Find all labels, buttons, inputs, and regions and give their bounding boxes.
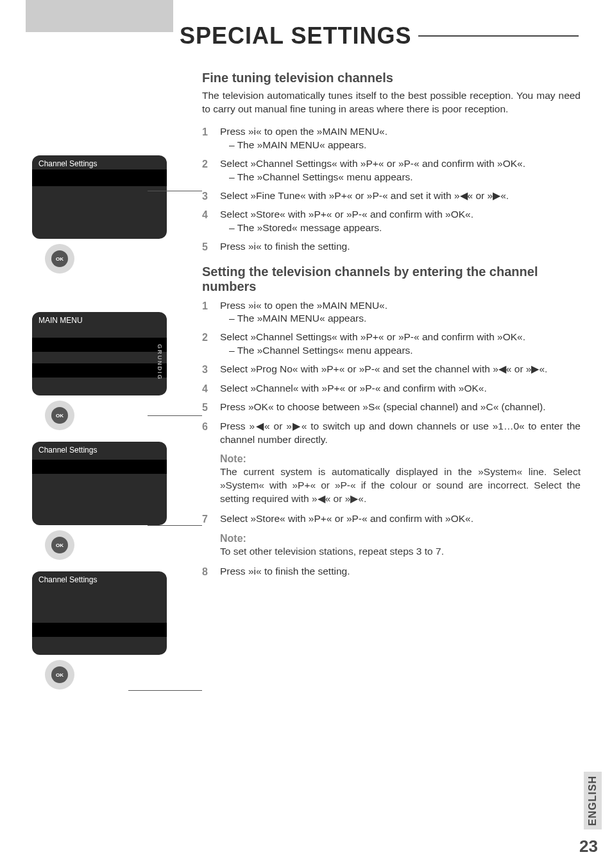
grundig-brand: GRUNDIG (157, 344, 163, 381)
nav-ok-ring[interactable]: OK (45, 530, 74, 560)
section-intro: The television automatically tunes itsel… (202, 89, 581, 116)
title-rule (418, 35, 579, 37)
step-subtext: – The »Channel Settings« menu appears. (229, 344, 581, 358)
step-number: 6 (202, 420, 220, 434)
step-item: 2 Select »Channel Settings« with »P+« or… (202, 331, 581, 358)
step-text: Select »Fine Tune« with »P+« or »P-« and… (220, 190, 509, 201)
ok-button[interactable]: OK (51, 666, 68, 683)
step-number: 3 (202, 189, 220, 204)
tv-screen-channel-settings-3: Channel Settings (32, 571, 167, 655)
step-subtext: – The »Stored« message appears. (229, 221, 581, 235)
step-text: Select »Store« with »P+« or »P-« and con… (220, 513, 473, 524)
step-text: Select »Prog No« with »P+« or »P-« and s… (220, 363, 547, 374)
steps-list-1: 1 Press »i« to open the »MAIN MENU«. – T… (202, 125, 581, 254)
header-gray-bar (26, 0, 173, 32)
tv-screen-channel-settings-2: Channel Settings (32, 442, 167, 525)
nav-ok-ring[interactable]: OK (45, 660, 74, 690)
language-label: ENGLISH (587, 776, 599, 826)
step-text: Press »◀« or »▶« to switch up and down c… (220, 421, 581, 445)
steps-list-2: 1 Press »i« to open the »MAIN MENU«. – T… (202, 299, 581, 447)
step-text: Press »i« to open the »MAIN MENU«. (220, 126, 387, 137)
tv-screen-channel-settings-1: Channel Settings (32, 155, 167, 239)
step-number: 4 (202, 382, 220, 396)
section-heading-fine-tuning: Fine tuning television channels (202, 71, 581, 85)
screen-header: Channel Settings (38, 446, 97, 455)
step-number: 2 (202, 331, 220, 345)
step-item: 1 Press »i« to open the »MAIN MENU«. – T… (202, 299, 581, 326)
step-number: 8 (202, 565, 220, 579)
section-heading-set-channels: Setting the television channels by enter… (202, 265, 581, 294)
tv-screen-main-menu: MAIN MENU GRUNDIG (32, 312, 167, 395)
ok-button[interactable]: OK (51, 250, 68, 267)
step-number: 5 (202, 240, 220, 254)
step-item: 6 Press »◀« or »▶« to switch up and down… (202, 420, 581, 447)
step-text: Press »i« to finish the setting. (220, 241, 350, 252)
steps-list-2c: 8 Press »i« to finish the setting. (202, 565, 581, 579)
step-number: 1 (202, 125, 220, 139)
page-number: 23 (579, 837, 598, 856)
step-number: 7 (202, 512, 220, 526)
note-label: Note: (220, 452, 581, 466)
step-number: 4 (202, 208, 220, 222)
step-number: 2 (202, 157, 220, 171)
language-tab: ENGLISH (584, 772, 602, 829)
step-item: 8 Press »i« to finish the setting. (202, 565, 581, 579)
note-label: Note: (220, 532, 581, 546)
step-item: 5 Press »OK« to choose between »S« (spec… (202, 401, 581, 415)
screen-header: Channel Settings (38, 159, 97, 168)
note-body: The current system is automatically disp… (220, 465, 581, 506)
step-number: 1 (202, 299, 220, 313)
page-title: SPECIAL SETTINGS (180, 22, 411, 49)
ok-button[interactable]: OK (51, 537, 68, 553)
steps-list-2b: 7 Select »Store« with »P+« or »P-« and c… (202, 512, 581, 526)
step-text: Press »i« to open the »MAIN MENU«. (220, 300, 387, 311)
step-subtext: – The »MAIN MENU« appears. (229, 312, 581, 326)
connector-line (148, 415, 202, 416)
left-column: Channel Settings OK MAIN MENU GRUNDIG OK… (26, 64, 173, 809)
note-block: Note: The current system is automaticall… (220, 452, 581, 506)
step-subtext: – The »MAIN MENU« appears. (229, 139, 581, 152)
step-subtext: – The »Channel Settings« menu appears. (229, 171, 581, 184)
step-text: Select »Channel Settings« with »P+« or »… (220, 158, 525, 169)
step-text: Press »i« to finish the setting. (220, 566, 350, 577)
step-item: 7 Select »Store« with »P+« or »P-« and c… (202, 512, 581, 526)
step-item: 2 Select »Channel Settings« with »P+« or… (202, 157, 581, 184)
nav-ok-ring[interactable]: OK (45, 401, 74, 430)
step-number: 3 (202, 363, 220, 377)
step-item: 3 Select »Fine Tune« with »P+« or »P-« a… (202, 189, 581, 204)
step-number: 5 (202, 401, 220, 415)
step-item: 1 Press »i« to open the »MAIN MENU«. – T… (202, 125, 581, 152)
content-column: Fine tuning television channels The tele… (202, 71, 581, 584)
screen-header: Channel Settings (38, 575, 97, 584)
nav-ok-ring[interactable]: OK (45, 244, 74, 273)
step-text: Select »Channel« with »P+« or »P-« and c… (220, 383, 487, 394)
connector-line (148, 525, 202, 526)
step-item: 5 Press »i« to finish the setting. (202, 240, 581, 254)
step-text: Select »Channel Settings« with »P+« or »… (220, 331, 525, 342)
step-text: Press »OK« to choose between »S« (specia… (220, 401, 546, 412)
note-body: To set other television stations, repeat… (220, 545, 581, 559)
step-item: 3 Select »Prog No« with »P+« or »P-« and… (202, 363, 581, 377)
step-item: 4 Select »Channel« with »P+« or »P-« and… (202, 382, 581, 396)
ok-button[interactable]: OK (51, 407, 68, 424)
step-text: Select »Store« with »P+« or »P-« and con… (220, 209, 473, 220)
note-block: Note: To set other television stations, … (220, 532, 581, 559)
step-item: 4 Select »Store« with »P+« or »P-« and c… (202, 208, 581, 235)
connector-line (128, 690, 202, 691)
connector-line (148, 191, 202, 191)
screen-header: MAIN MENU (38, 316, 83, 325)
page-title-row: SPECIAL SETTINGS (180, 22, 590, 49)
